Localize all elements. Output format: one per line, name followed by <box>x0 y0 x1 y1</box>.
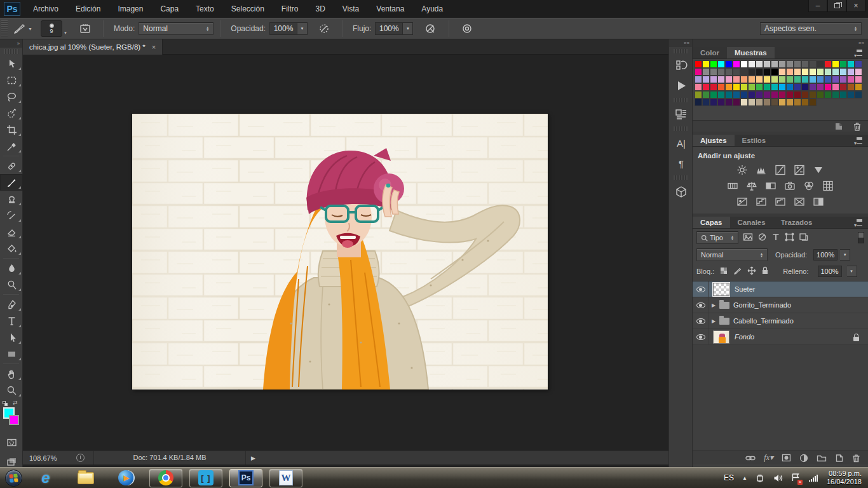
eraser-tool[interactable] <box>0 224 23 240</box>
layer-row[interactable]: Fondo <box>693 329 868 345</box>
color-balance-icon[interactable] <box>746 180 757 191</box>
color-swatch[interactable] <box>809 91 817 98</box>
flow-caret-button[interactable]: ▼ <box>403 22 413 35</box>
color-swatch[interactable] <box>855 60 862 68</box>
layer-fill-box[interactable]: 100% <box>818 266 842 277</box>
color-swatch[interactable] <box>778 98 786 106</box>
color-swatch[interactable] <box>748 98 756 106</box>
posterize-icon[interactable] <box>756 196 767 207</box>
panels-collapse-button[interactable]: »» <box>693 39 868 47</box>
color-swatch[interactable] <box>740 76 748 83</box>
layer-visibility-toggle[interactable] <box>693 281 709 297</box>
color-swatch[interactable] <box>839 76 847 83</box>
color-swatch[interactable] <box>748 68 756 76</box>
new-adjustment-layer-icon[interactable] <box>799 454 808 463</box>
color-swatch[interactable] <box>839 83 847 91</box>
color-swatch[interactable] <box>847 83 855 91</box>
menu-item[interactable]: Imagen <box>118 4 143 13</box>
power-plug-icon[interactable] <box>756 473 765 483</box>
color-swatch[interactable] <box>786 60 794 68</box>
lock-transparency-icon[interactable] <box>719 266 728 277</box>
threshold-icon[interactable] <box>775 196 786 207</box>
color-swatch[interactable] <box>824 60 832 68</box>
color-swatch[interactable] <box>809 68 817 76</box>
layer-row[interactable]: ▶Gorrito_Terminado <box>693 297 868 313</box>
filter-pixel-layers-icon[interactable] <box>743 233 753 243</box>
taskbar-word[interactable]: W <box>269 469 302 487</box>
close-button[interactable]: × <box>846 0 865 12</box>
panel-menu-icon[interactable] <box>854 50 864 57</box>
color-swatch[interactable] <box>817 91 824 98</box>
invert-icon[interactable] <box>736 196 748 207</box>
tab-color[interactable]: Color <box>693 47 727 58</box>
actions-panel-button[interactable] <box>669 76 693 96</box>
toggle-brush-panel-button[interactable] <box>74 21 97 36</box>
color-swatch[interactable] <box>794 83 801 91</box>
color-swatch[interactable] <box>702 98 710 106</box>
color-swatch[interactable] <box>717 83 725 91</box>
layer-filter-select[interactable]: Tipo ▲▼ <box>696 231 738 244</box>
color-swatch[interactable] <box>771 98 778 106</box>
panel-menu-icon[interactable] <box>854 219 864 226</box>
color-swatch[interactable] <box>786 76 794 83</box>
color-swatch[interactable] <box>733 68 740 76</box>
menu-item[interactable]: Vista <box>342 4 359 13</box>
selective-color-icon[interactable] <box>794 196 805 207</box>
new-swatch-icon[interactable] <box>834 122 844 131</box>
color-swatch[interactable] <box>717 76 725 83</box>
color-swatch[interactable] <box>786 98 794 106</box>
color-swatch[interactable] <box>756 91 763 98</box>
color-swatch[interactable] <box>763 76 771 83</box>
clone-stamp-tool[interactable] <box>0 191 23 207</box>
color-swatch[interactable] <box>695 60 702 68</box>
workspace-switcher[interactable]: Aspectos esen. ▲▼ <box>760 22 862 35</box>
color-swatch[interactable] <box>748 83 756 91</box>
color-swatch[interactable] <box>748 91 756 98</box>
color-swatch[interactable] <box>763 83 771 91</box>
paragraph-panel-button[interactable]: ¶ <box>669 153 693 173</box>
color-swatch[interactable] <box>794 68 801 76</box>
zoom-tool[interactable] <box>0 382 23 398</box>
move-tool[interactable] <box>0 55 23 72</box>
color-swatch[interactable] <box>740 68 748 76</box>
color-swatch[interactable] <box>740 98 748 106</box>
color-swatch[interactable] <box>725 68 733 76</box>
quick-mask-button[interactable] <box>0 434 23 451</box>
color-swatch[interactable] <box>832 68 839 76</box>
minimize-button[interactable]: – <box>808 0 827 12</box>
layer-visibility-toggle[interactable] <box>693 329 709 345</box>
menu-item[interactable]: Ayuda <box>421 4 443 13</box>
tab-muestras[interactable]: Muestras <box>727 47 775 58</box>
filter-smart-objects-icon[interactable] <box>799 233 808 243</box>
delete-layer-icon[interactable] <box>852 454 860 463</box>
pressure-size-button[interactable] <box>456 21 478 36</box>
color-swatch[interactable] <box>717 68 725 76</box>
color-swatch[interactable] <box>717 98 725 106</box>
color-swatch[interactable] <box>748 60 756 68</box>
taskbar-brackets[interactable]: [ ] <box>189 469 222 487</box>
lock-pixels-icon[interactable] <box>733 266 742 277</box>
background-color-swatch[interactable] <box>9 415 19 425</box>
color-swatch[interactable] <box>801 76 809 83</box>
color-swatch[interactable] <box>801 98 809 106</box>
color-swatch[interactable] <box>695 91 702 98</box>
3d-panel-button[interactable] <box>669 182 693 202</box>
zoom-level-field[interactable]: 108.67% <box>29 454 67 462</box>
tab-trazados[interactable]: Trazados <box>773 217 820 228</box>
lock-all-icon[interactable] <box>761 266 769 277</box>
group-expander-icon[interactable]: ▶ <box>709 318 718 324</box>
color-swatch[interactable] <box>832 76 839 83</box>
color-swatch[interactable] <box>710 83 717 91</box>
color-swatch[interactable] <box>817 76 824 83</box>
levels-icon[interactable] <box>756 165 767 175</box>
color-swatch[interactable] <box>695 83 702 91</box>
layer-row[interactable]: ▶Cabello_Terminado <box>693 313 868 329</box>
add-mask-icon[interactable] <box>782 454 791 462</box>
link-layers-icon[interactable] <box>745 454 756 462</box>
status-menu-arrow[interactable]: ▶ <box>251 455 255 461</box>
color-swatch[interactable] <box>740 83 748 91</box>
color-swatch[interactable] <box>748 76 756 83</box>
volume-icon[interactable] <box>773 474 783 482</box>
color-swatch[interactable] <box>817 60 824 68</box>
layer-fill-caret[interactable]: ▼ <box>847 266 857 277</box>
